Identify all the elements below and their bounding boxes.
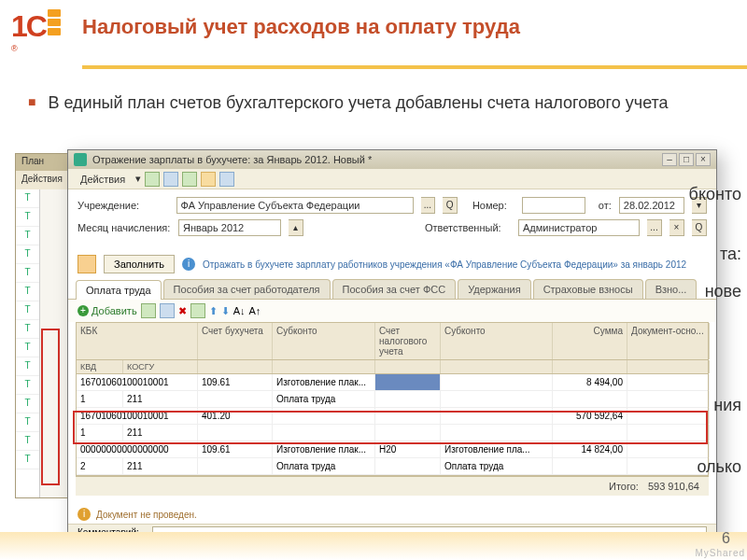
minimize-button[interactable]: – (662, 153, 677, 166)
total-label: Итого: (609, 481, 639, 492)
tab-posobiya-rabotodatel[interactable]: Пособия за счет работодателя (163, 279, 331, 299)
toolbar-icon-4[interactable] (201, 172, 216, 187)
chevron-down-icon: ▾ (135, 173, 141, 185)
grid-header-row1: КБК Счет бухучета Субконто Счет налогово… (77, 323, 708, 360)
grid-icon-3[interactable] (190, 303, 205, 318)
info-icon: i (182, 258, 195, 271)
grid-sort-asc-icon[interactable]: A↓ (233, 305, 246, 316)
text-fragment: та: (720, 245, 741, 264)
toolbar: Действия▾ (68, 169, 716, 189)
fill-row: Заполнить i Отражать в бухучете зарплату… (68, 249, 716, 279)
col-kbk: КБК (77, 323, 198, 359)
warning-icon: i (78, 508, 91, 521)
tab-strahovye[interactable]: Страховые взносы (533, 279, 643, 299)
toolbar-icon-3[interactable] (182, 172, 197, 187)
header-underline (82, 65, 747, 69)
number-input[interactable] (522, 197, 586, 214)
bullet-text: В единый план счетов бухгалтерского учет… (48, 93, 668, 112)
month-input[interactable]: Январь 2012 (178, 219, 281, 236)
grid-icon-2[interactable] (160, 303, 175, 318)
col-tax-sub: Субконто (441, 323, 553, 359)
institution-input[interactable]: ФА Управление Субъекта Федерации (176, 197, 414, 214)
tab-oplata-truda[interactable]: Оплата труда (76, 280, 162, 300)
titlebar[interactable]: Отражение зарплаты в бухучете: за Январь… (68, 150, 716, 169)
text-fragment: ния (713, 396, 741, 415)
page-number: 6 (722, 530, 730, 547)
responsible-label: Ответственный: (425, 222, 511, 233)
grid-sort-desc-icon[interactable]: A↑ (248, 305, 261, 316)
date-input[interactable]: 28.02.2012 (619, 197, 685, 214)
grid-body[interactable]: 16701060100010001109.61Изготовление плак… (77, 374, 708, 475)
institution-picker[interactable]: ... (421, 197, 436, 214)
actions-menu[interactable]: Действия (74, 172, 132, 187)
tab-posobiya-fss[interactable]: Пособия за счет ФСС (332, 279, 457, 299)
form-area: Учреждение: ФА Управление Субъекта Федер… (68, 189, 716, 249)
grid-toolbar: +Добавить ✖ ⬆ ⬇ A↓ A↑ (68, 299, 716, 322)
total-row: Итого: 593 910,64 (76, 476, 709, 496)
info-text: Отражать в бухучете зарплату работников … (203, 259, 686, 270)
total-value: 593 910,64 (648, 481, 699, 492)
table-row: 16701060100010001109.61Изготовление плак… (77, 374, 708, 391)
data-grid[interactable]: КБК Счет бухучета Субконто Счет налогово… (76, 322, 709, 476)
status-bar: i Документ не проведен. (68, 505, 716, 524)
tab-uderzhaniya[interactable]: Удержания (458, 279, 530, 299)
slide-header: Налоговый учет расходов на оплату труда (0, 0, 747, 78)
fill-button[interactable]: Заполнить (104, 255, 175, 273)
col-doc: Документ-осно... (627, 323, 710, 359)
footer-band (0, 532, 747, 560)
responsible-input[interactable]: Администратор (518, 219, 640, 236)
table-row: 1211Оплата труда (77, 391, 708, 408)
number-label: Номер: (472, 200, 514, 211)
col-sub: Субконто (273, 323, 375, 359)
date-label: от: (593, 200, 612, 211)
close-button[interactable]: × (696, 153, 711, 166)
add-row-button[interactable]: +Добавить (78, 305, 137, 316)
grid-icon-up[interactable]: ⬆ (209, 305, 218, 317)
grid-header-row2: КВД КОСГУ (77, 360, 708, 374)
slide-title: Налоговый учет расходов на оплату труда (82, 15, 747, 39)
table-row: 1211 (77, 425, 708, 441)
selected-cell (375, 374, 441, 390)
toolbar-icon-2[interactable] (163, 172, 178, 187)
table-row: 16701060100010001401.20570 592,64 (77, 408, 708, 425)
maximize-button[interactable]: □ (679, 153, 694, 166)
col-tax-acct: Счет налогового учета (375, 323, 441, 359)
toolbar-icon-5[interactable] (219, 172, 234, 187)
status-text: Документ не проведен. (96, 510, 197, 520)
month-up[interactable]: ▴ (289, 219, 303, 236)
institution-open[interactable]: Q (443, 197, 458, 214)
col-kvd: КВД (77, 360, 123, 373)
text-fragment: олько (697, 457, 741, 477)
col-sum: Сумма (553, 323, 627, 359)
responsible-clear[interactable]: × (669, 219, 684, 236)
toolbar-icon-1[interactable] (145, 172, 160, 187)
col-kosgu: КОСГУ (123, 360, 198, 373)
bullet-icon: ■ (28, 94, 35, 109)
text-fragment: нове (705, 282, 741, 301)
responsible-open[interactable]: Q (692, 219, 707, 236)
table-row: 00000000000000000109.61Изготовление плак… (77, 441, 708, 458)
grid-icon-1[interactable] (141, 303, 156, 318)
document-window: Отражение зарплаты в бухучете: за Январь… (67, 149, 717, 541)
doc-icon (74, 153, 87, 166)
watermark: MyShared (695, 548, 745, 558)
col-acct: Счет бухучета (198, 323, 273, 359)
text-fragment: бконто (689, 185, 741, 204)
fill-icon (78, 255, 96, 273)
grid-icon-delete[interactable]: ✖ (178, 305, 187, 317)
responsible-picker[interactable]: ... (647, 219, 662, 236)
tab-vzno[interactable]: Взно... (645, 279, 698, 299)
tabs: Оплата труда Пособия за счет работодател… (68, 279, 716, 299)
window-title: Отражение зарплаты в бухучете: за Январь… (92, 154, 372, 165)
table-row: 2211Оплата трудаОплата труда (77, 458, 708, 475)
institution-label: Учреждение: (78, 200, 169, 211)
slide-body: ■ В единый план счетов бухгалтерского уч… (0, 78, 747, 113)
plan-left-column: ТТТТТТТТТТТТТТТ (16, 189, 40, 497)
grid-icon-down[interactable]: ⬇ (221, 305, 230, 317)
month-label: Месяц начисления: (78, 222, 171, 233)
